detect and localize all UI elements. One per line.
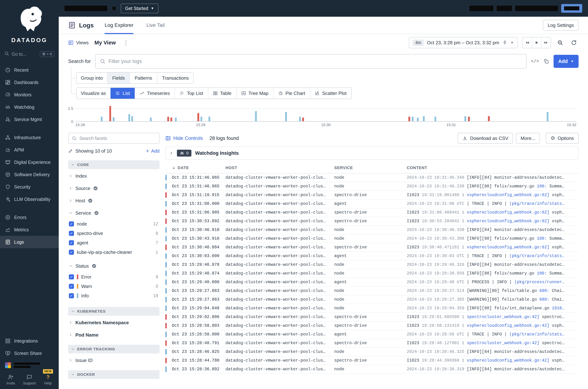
log-row[interactable]: Oct 23 15:29:27.863datadog-cluster-vmwar… [165, 295, 579, 304]
column-header-service[interactable]: SERVICE [334, 165, 407, 170]
histogram-bar[interactable] [197, 113, 199, 121]
sidebar-item-screen-share[interactable]: Screen Share [0, 347, 59, 359]
facet-value-error[interactable]: ✓Error9 [69, 272, 160, 282]
histogram-bar[interactable] [464, 116, 466, 121]
log-row[interactable]: Oct 23 15:28:44.780datadog-cluster-vmwar… [165, 356, 579, 365]
tab-log-explorer[interactable]: Log Explorer [105, 17, 133, 34]
add-button[interactable]: Add ▼ [554, 55, 579, 68]
checkbox-checked[interactable]: ✓ [69, 221, 74, 227]
kebab-menu-icon[interactable]: ⋮ [122, 39, 130, 46]
visualize-option-pie-chart[interactable]: Pie Chart [273, 88, 310, 99]
time-range-badge[interactable]: 4m [413, 39, 424, 46]
visualize-option-top-list[interactable]: Top List [174, 88, 208, 99]
play-button[interactable] [532, 37, 541, 48]
histogram-bar[interactable] [423, 116, 425, 121]
watchdog-insights-row[interactable]: 0 Watchdog Insights [165, 147, 579, 160]
log-row[interactable]: Oct 23 15:29:46.878datadog-cluster-vmwar… [165, 260, 579, 269]
group-option-patterns[interactable]: Patterns [130, 73, 157, 83]
log-row[interactable]: Oct 23 15:29:27.863datadog-cluster-vmwar… [165, 287, 579, 295]
footer-support[interactable]: Support [20, 374, 38, 385]
zoom-out-button[interactable] [555, 37, 565, 48]
checkbox-checked[interactable]: ✓ [69, 231, 74, 236]
log-row[interactable]: Oct 23 15:31:19.915datadog-cluster-vmwar… [165, 191, 579, 199]
histogram-bar[interactable] [488, 116, 490, 121]
histogram-bar[interactable] [285, 112, 287, 121]
sidebar-item-metrics[interactable]: Metrics [0, 224, 59, 236]
facet-pod-name[interactable]: Pod Name [68, 329, 160, 341]
sidebar-item-integrations[interactable]: Integrations [0, 335, 59, 347]
sidebar-item-monitors[interactable]: Monitors [0, 89, 59, 101]
hide-controls-button[interactable]: Hide Controls [165, 135, 203, 141]
visualize-option-table[interactable]: Table [208, 88, 236, 99]
log-row[interactable]: Oct 23 15:30:43.916datadog-cluster-vmwar… [165, 234, 579, 243]
download-csv-button[interactable]: Download as CSV [458, 133, 513, 144]
log-row[interactable]: Oct 23 15:28:58.803datadog-cluster-vmwar… [165, 322, 579, 330]
more-button[interactable]: More... [516, 133, 540, 144]
visualize-option-list[interactable]: List [110, 88, 135, 99]
sidebar-item-llm-observability[interactable]: LLM Observability [0, 193, 59, 205]
log-row[interactable]: Oct 23 15:31:06.905datadog-cluster-vmwar… [165, 208, 579, 217]
sidebar-item-software-delivery[interactable]: Software Delivery [0, 168, 59, 181]
search-input[interactable] [109, 58, 522, 64]
go-to-search[interactable]: Go to... ⌘ + K [0, 49, 59, 60]
facet-value-warn[interactable]: ✓Warn0 [69, 282, 160, 291]
time-range-picker[interactable]: 4m Oct 23, 3:28 pm – Oct 23, 3:32 pm ▼ [409, 37, 518, 48]
views-button[interactable]: Views [68, 40, 89, 46]
facet-value-agent[interactable]: ✓agent7 [69, 238, 160, 248]
histogram-bar[interactable] [468, 117, 470, 121]
facet-value-node[interactable]: ✓node12 [69, 219, 160, 228]
log-row[interactable]: Oct 23 15:31:46.965datadog-cluster-vmwar… [165, 173, 579, 182]
column-header-content[interactable]: CONTENT [407, 165, 579, 170]
refresh-button[interactable] [569, 37, 579, 48]
footer-invite[interactable]: Invite [2, 374, 20, 385]
facet-source[interactable]: Source [68, 182, 160, 194]
histogram-bar[interactable] [131, 116, 133, 121]
log-row[interactable]: Oct 23 15:31:08.000datadog-cluster-vmwar… [165, 199, 579, 208]
facet-group-error-tracking[interactable]: ERROR TRACKING [68, 345, 160, 354]
log-row[interactable]: Oct 23 15:30:03.000datadog-cluster-vmwar… [165, 252, 579, 260]
checkbox-checked[interactable]: ✓ [69, 274, 74, 279]
visualize-option-tree-map[interactable]: Tree Map [236, 88, 273, 99]
histogram-bar[interactable] [417, 118, 419, 121]
log-row[interactable]: Oct 23 15:29:02.806datadog-cluster-vmwar… [165, 313, 579, 322]
facet-index[interactable]: Index [68, 170, 160, 182]
sidebar-item-watchdog[interactable]: Watchdog [0, 101, 59, 113]
histogram-bar[interactable] [113, 117, 114, 121]
log-row[interactable]: Oct 23 15:30:40.884datadog-cluster-vmwar… [165, 243, 579, 252]
log-settings-button[interactable]: Log Settings [543, 20, 579, 31]
sidebar-item-service-mgmt[interactable]: Service Mgmt [0, 113, 59, 126]
visualize-option-scatter-plot[interactable]: Scatter Plot [310, 88, 351, 99]
histogram-bar[interactable] [170, 118, 172, 121]
sidebar-item-errors[interactable]: Errors [0, 211, 59, 224]
sidebar-item-digital-experience[interactable]: Digital Experience [0, 156, 59, 168]
log-row[interactable]: Oct 23 15:29:04.848datadog-cluster-vmwar… [165, 304, 579, 313]
histogram-bar[interactable] [167, 117, 169, 121]
sidebar-item-recent[interactable]: Recent [0, 64, 59, 76]
facet-value-spectro-drive[interactable]: ✓spectro-drive8 [69, 228, 160, 238]
log-histogram-plot[interactable] [75, 105, 576, 122]
log-row[interactable]: Oct 23 15:28:46.825datadog-cluster-vmwar… [165, 348, 579, 356]
group-option-transactions[interactable]: Transactions [157, 73, 194, 83]
query-syntax-icon[interactable]: </> [531, 59, 539, 64]
group-option-fields[interactable]: Fields [107, 73, 129, 83]
facet-issue-id[interactable]: Issue ID [68, 354, 160, 366]
facet-status[interactable]: Status [68, 260, 160, 272]
histogram-bar[interactable] [434, 117, 436, 121]
copy-icon[interactable] [543, 58, 549, 64]
log-row[interactable]: Oct 23 15:28:48.791datadog-cluster-vmwar… [165, 339, 579, 348]
facet-host[interactable]: Host [68, 194, 160, 207]
sidebar-item-apm[interactable]: APM [0, 144, 59, 156]
log-row[interactable]: Oct 23 15:29:40.874datadog-cluster-vmwar… [165, 269, 579, 278]
pencil-icon[interactable] [68, 149, 73, 153]
log-row[interactable]: Oct 23 15:31:46.965datadog-cluster-vmwar… [165, 182, 579, 191]
pin-icon[interactable] [503, 40, 507, 45]
facet-group-docker[interactable]: DOCKER [68, 370, 160, 379]
redacted-primary-button[interactable] [561, 4, 582, 13]
rewind-button[interactable] [522, 37, 532, 48]
histogram-bar[interactable] [255, 111, 257, 121]
facet-service[interactable]: Service [68, 207, 160, 219]
facet-search-input[interactable] [79, 136, 156, 141]
histogram-bar[interactable] [208, 117, 210, 121]
checkbox-checked[interactable]: ✓ [69, 250, 74, 255]
facet-kubernetes-namespace[interactable]: Kubernetes Namespace [68, 316, 160, 329]
